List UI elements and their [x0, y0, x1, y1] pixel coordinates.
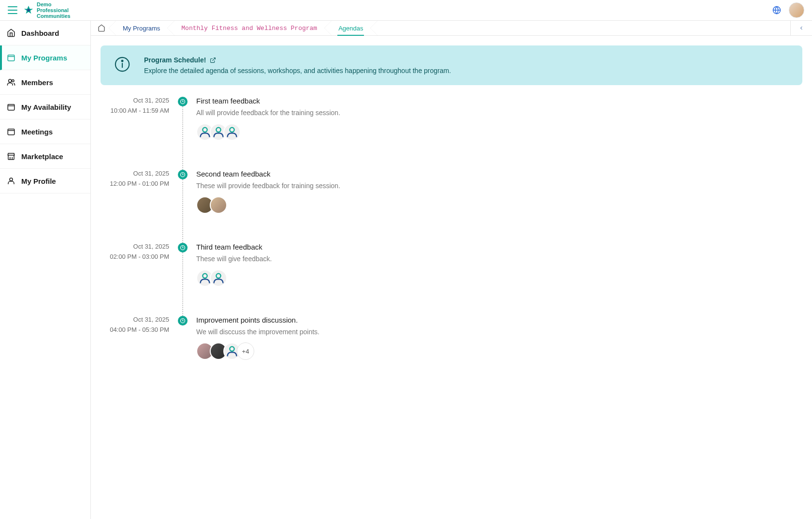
agenda-item: Oct 31, 202510:00 AM - 11:59 AMFirst tea…	[101, 97, 802, 141]
sidebar-item-my-programs[interactable]: My Programs	[0, 45, 90, 70]
agenda-title: First team feedback	[196, 97, 802, 105]
agenda-title: Improvement points discussion.	[196, 316, 802, 324]
logo[interactable]: Demo Professional Communities	[23, 1, 71, 19]
sidebar-item-label: Dashboard	[21, 29, 59, 37]
breadcrumb-program[interactable]: Monthly Fitness and Wellness Program	[171, 21, 328, 35]
svg-point-19	[203, 128, 207, 132]
timeline-marker	[178, 243, 188, 252]
svg-point-13	[10, 178, 13, 181]
attendee-more[interactable]: +4	[237, 342, 254, 360]
agenda-timeline: Oct 31, 202510:00 AM - 11:59 AMFirst tea…	[101, 97, 802, 360]
attendee-avatar[interactable]	[210, 269, 227, 287]
user-avatar[interactable]	[789, 2, 804, 18]
info-title: Program Schedule!	[144, 56, 206, 64]
home-icon	[7, 29, 15, 37]
svg-point-24	[203, 274, 207, 278]
attendee-list	[196, 123, 802, 141]
svg-point-25	[216, 274, 220, 278]
breadcrumb-label: Agendas	[338, 25, 363, 32]
sidebar-item-label: My Profile	[21, 177, 56, 185]
attendee-list	[196, 196, 802, 214]
calendar-icon	[7, 53, 15, 62]
shop-icon	[7, 152, 15, 161]
agenda-desc: These will provide feedback for training…	[196, 182, 802, 190]
sidebar-item-label: My Programs	[21, 54, 67, 62]
svg-point-16	[122, 60, 123, 62]
agenda-title: Second team feedback	[196, 170, 802, 178]
home-icon	[98, 24, 105, 32]
attendee-avatar[interactable]	[210, 196, 227, 214]
logo-text-3: Communities	[37, 13, 71, 19]
globe-icon[interactable]	[772, 6, 781, 15]
info-desc: Explore the detailed agenda of sessions,…	[144, 67, 451, 74]
logo-text-2: Professional	[37, 7, 71, 13]
attendee-list: +4	[196, 342, 802, 360]
calendar-icon	[7, 127, 15, 136]
agenda-time: 12:00 PM - 01:00 PM	[101, 180, 169, 187]
svg-point-5	[9, 79, 12, 82]
breadcrumb: My Programs Monthly Fitness and Wellness…	[91, 21, 812, 36]
svg-line-17	[213, 58, 216, 60]
agenda-desc: We will disccuss the improvement points.	[196, 328, 802, 336]
timeline-marker	[178, 97, 188, 106]
logo-text-1: Demo	[37, 1, 71, 7]
svg-point-21	[230, 128, 234, 132]
info-banner: Program Schedule! Explore the detailed a…	[101, 45, 802, 85]
attendee-list	[196, 269, 802, 287]
svg-point-6	[12, 80, 14, 82]
back-icon	[798, 25, 804, 31]
timeline-line	[182, 252, 183, 316]
agenda-date: Oct 31, 2025	[101, 170, 169, 177]
agenda-time: 02:00 PM - 03:00 PM	[101, 253, 169, 260]
external-link-icon[interactable]	[210, 57, 216, 63]
agenda-item: Oct 31, 202502:00 PM - 03:00 PMThird tea…	[101, 243, 802, 287]
user-icon	[7, 177, 15, 185]
breadcrumb-label: Monthly Fitness and Wellness Program	[181, 25, 317, 32]
agenda-date: Oct 31, 2025	[101, 97, 169, 104]
sidebar-item-label: Marketplace	[21, 152, 63, 161]
timeline-line	[182, 106, 183, 170]
sidebar-item-marketplace[interactable]: Marketplace	[0, 144, 90, 169]
svg-rect-7	[8, 104, 14, 110]
breadcrumb-label: My Programs	[123, 25, 160, 32]
svg-point-20	[216, 128, 220, 132]
svg-point-27	[230, 347, 234, 351]
svg-rect-9	[8, 129, 14, 135]
agenda-desc: All will provide feedback for the traini…	[196, 109, 802, 117]
timeline-marker	[178, 316, 188, 326]
svg-point-0	[27, 9, 30, 12]
timeline-line	[182, 179, 183, 243]
sidebar-item-my-availability[interactable]: My Availability	[0, 95, 90, 119]
attendee-avatar[interactable]	[223, 123, 241, 141]
menu-toggle[interactable]	[8, 6, 17, 14]
sidebar-item-meetings[interactable]: Meetings	[0, 119, 90, 144]
agenda-item: Oct 31, 202504:00 PM - 05:30 PMImproveme…	[101, 316, 802, 360]
logo-icon	[23, 5, 34, 15]
agenda-date: Oct 31, 2025	[101, 316, 169, 323]
breadcrumb-home[interactable]	[91, 21, 112, 35]
agenda-time: 04:00 PM - 05:30 PM	[101, 326, 169, 333]
breadcrumb-my-programs[interactable]: My Programs	[112, 21, 171, 35]
svg-rect-3	[8, 55, 14, 61]
agenda-desc: These will give feedback.	[196, 255, 802, 263]
sidebar-item-label: Meetings	[21, 128, 53, 136]
agenda-date: Oct 31, 2025	[101, 243, 169, 250]
info-icon	[114, 56, 130, 73]
sidebar-item-my-profile[interactable]: My Profile	[0, 169, 90, 193]
sidebar-item-dashboard[interactable]: Dashboard	[0, 21, 90, 45]
sidebar: Dashboard My Programs Members My Availab…	[0, 21, 91, 519]
users-icon	[7, 78, 15, 87]
timeline-marker	[178, 170, 188, 179]
breadcrumb-back[interactable]	[790, 21, 812, 35]
breadcrumb-agendas[interactable]: Agendas	[328, 21, 374, 35]
agenda-title: Third team feedback	[196, 243, 802, 251]
sidebar-item-label: My Availability	[21, 103, 71, 111]
sidebar-item-members[interactable]: Members	[0, 70, 90, 95]
agenda-time: 10:00 AM - 11:59 AM	[101, 107, 169, 114]
calendar-icon	[7, 103, 15, 111]
agenda-item: Oct 31, 202512:00 PM - 01:00 PMSecond te…	[101, 170, 802, 214]
sidebar-item-label: Members	[21, 78, 53, 87]
